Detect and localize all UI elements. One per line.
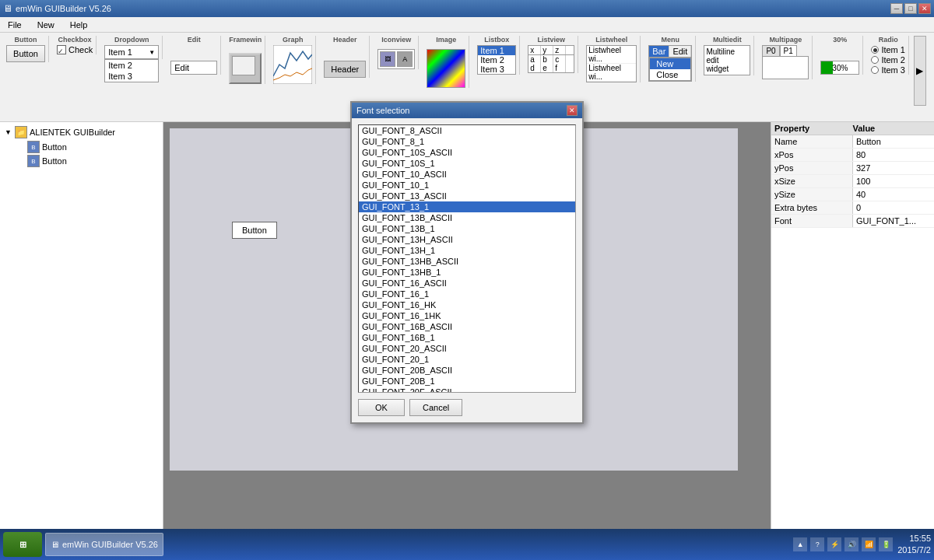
- font-list-item-9[interactable]: GUI_FONT_13B_1: [359, 223, 575, 234]
- toolbar-framewin-widget[interactable]: [229, 53, 262, 84]
- radio-item-3[interactable]: Item 3: [871, 65, 905, 75]
- font-list-item-18[interactable]: GUI_FONT_16B_ASCII: [359, 321, 575, 332]
- prop-name-value[interactable]: Button: [853, 135, 934, 148]
- font-list[interactable]: GUI_FONT_8_ASCIIGUI_FONT_8_1GUI_FONT_10S…: [359, 125, 575, 392]
- radio-btn-3[interactable]: [871, 66, 879, 74]
- font-list-item-20[interactable]: GUI_FONT_20_ASCII: [359, 343, 575, 354]
- canvas-button-widget[interactable]: Button: [232, 222, 277, 239]
- toolbar-image-widget[interactable]: [427, 49, 465, 88]
- font-list-item-23[interactable]: GUI_FONT_20B_1: [359, 376, 575, 387]
- tree-node-button2[interactable]: B Button: [16, 154, 160, 168]
- font-list-item-0[interactable]: GUI_FONT_8_ASCII: [359, 125, 575, 136]
- menu-dd-new[interactable]: New: [650, 58, 690, 69]
- toolbar-checkbox-widget[interactable]: ✓ Check: [57, 45, 93, 54]
- tray-icon-3[interactable]: 🔊: [844, 537, 859, 551]
- menu-new[interactable]: New: [33, 19, 59, 31]
- toolbar-iconview-widget[interactable]: 🖼 A: [377, 49, 415, 69]
- tray-up-arrow[interactable]: ▲: [793, 537, 807, 551]
- radio-btn-2[interactable]: [871, 56, 879, 64]
- dropdown-item-2[interactable]: Item 2: [105, 60, 158, 71]
- toolbar-menu-widget[interactable]: Bar Edit New Close: [648, 45, 692, 82]
- listwheel-item-1[interactable]: Listwheel wi...: [587, 46, 636, 64]
- toolbar-button-widget[interactable]: Button: [6, 45, 45, 62]
- font-list-item-2[interactable]: GUI_FONT_10S_ASCII: [359, 147, 575, 158]
- taskbar-start-button[interactable]: ⊞: [3, 532, 42, 557]
- radio-item-2[interactable]: Item 2: [871, 55, 905, 65]
- menu-bar-item-bar[interactable]: Bar: [649, 46, 669, 57]
- dropdown-item-3[interactable]: Item 3: [105, 71, 158, 82]
- menu-bar-item-edit[interactable]: Edit: [669, 46, 691, 57]
- font-list-item-11[interactable]: GUI_FONT_13H_1: [359, 245, 575, 256]
- toolbar-progbar-widget[interactable]: 30%: [820, 61, 859, 75]
- listbox-item-3[interactable]: Item 3: [478, 65, 515, 74]
- tray-icons: ▲ ? ⚡ 🔊 📶 🔋: [793, 537, 893, 551]
- tray-icon-4[interactable]: 📶: [862, 537, 876, 551]
- listwheel-item-2[interactable]: Listwheel wi...: [587, 64, 636, 82]
- prop-xsize-value[interactable]: 100: [853, 175, 934, 187]
- toolbar-listwheel-widget[interactable]: Listwheel wi... Listwheel wi...: [586, 45, 637, 82]
- tray-battery[interactable]: 🔋: [879, 537, 893, 551]
- tray-icon-1[interactable]: ?: [810, 537, 824, 551]
- toolbar-multiedit-widget[interactable]: Multiline edit widget: [704, 45, 750, 75]
- toolbar-listbox-widget[interactable]: Item 1 Item 2 Item 3: [477, 45, 516, 75]
- listbox-item-1[interactable]: Item 1: [478, 46, 515, 55]
- toolbar-graph-widget[interactable]: [273, 45, 312, 84]
- font-list-item-17[interactable]: GUI_FONT_16_1HK: [359, 310, 575, 321]
- prop-row-xpos: xPos 80: [771, 149, 934, 162]
- menu-help[interactable]: Help: [65, 19, 93, 31]
- multipage-tab-p0[interactable]: P0: [762, 45, 779, 56]
- dropdown-selected[interactable]: Item 1 ▼: [104, 45, 159, 59]
- minimize-button[interactable]: ─: [890, 3, 903, 14]
- prop-xpos-value[interactable]: 80: [853, 149, 934, 161]
- maximize-button[interactable]: □: [904, 3, 917, 14]
- font-list-item-15[interactable]: GUI_FONT_16_1: [359, 289, 575, 299]
- toolbar-button-group: Button Button: [3, 36, 49, 62]
- toolbar-header-widget[interactable]: Header: [324, 61, 366, 78]
- font-list-item-7[interactable]: GUI_FONT_13_1: [359, 201, 575, 212]
- menu-dd-close[interactable]: Close: [650, 69, 690, 80]
- font-list-item-5[interactable]: GUI_FONT_10_1: [359, 180, 575, 191]
- toolbar-scroll-right[interactable]: ▶: [914, 36, 926, 106]
- font-list-item-22[interactable]: GUI_FONT_20B_ASCII: [359, 365, 575, 376]
- font-list-item-12[interactable]: GUI_FONT_13HB_ASCII: [359, 256, 575, 267]
- multipage-tab-p1[interactable]: P1: [780, 45, 797, 56]
- canvas-button[interactable]: Button: [232, 222, 277, 239]
- font-list-item-8[interactable]: GUI_FONT_13B_ASCII: [359, 212, 575, 223]
- prop-extrabytes-value[interactable]: 0: [853, 201, 934, 214]
- tree-root-node[interactable]: ▼ 📁 ALIENTEK GUIBuilder: [3, 125, 160, 139]
- toolbar-listview-widget[interactable]: x y z a b c d e f: [528, 45, 574, 73]
- listbox-item-2[interactable]: Item 2: [478, 55, 515, 65]
- font-dialog-ok-button[interactable]: OK: [358, 399, 405, 416]
- window-title: emWin GUIBuilder V5.26: [16, 4, 111, 13]
- font-list-item-16[interactable]: GUI_FONT_16_HK: [359, 299, 575, 310]
- font-list-item-10[interactable]: GUI_FONT_13H_ASCII: [359, 234, 575, 245]
- font-list-item-24[interactable]: GUI_FONT_20F_ASCII: [359, 387, 575, 392]
- font-list-item-3[interactable]: GUI_FONT_10S_1: [359, 158, 575, 169]
- taskbar-app-emwin[interactable]: 🖥 emWin GUIBuilder V5.26: [45, 533, 163, 556]
- font-list-item-4[interactable]: GUI_FONT_10_ASCII: [359, 169, 575, 180]
- tray-icon-2[interactable]: ⚡: [827, 537, 841, 551]
- toolbar-radio-widget[interactable]: Item 1 Item 2 Item 3: [871, 45, 905, 75]
- font-list-item-19[interactable]: GUI_FONT_16B_1: [359, 332, 575, 343]
- menu-file[interactable]: File: [3, 19, 26, 31]
- tree-node-button1[interactable]: B Button: [16, 140, 160, 154]
- taskbar-time: 15:55: [897, 533, 931, 544]
- tree-node2-icon: B: [27, 155, 40, 167]
- checkbox-box[interactable]: ✓: [57, 45, 66, 54]
- prop-ypos-value[interactable]: 327: [853, 162, 934, 174]
- font-dialog-close-button[interactable]: ✕: [567, 105, 578, 116]
- prop-ysize-value[interactable]: 40: [853, 188, 934, 201]
- font-list-item-1[interactable]: GUI_FONT_8_1: [359, 136, 575, 147]
- close-button[interactable]: ✕: [918, 3, 931, 14]
- font-list-item-14[interactable]: GUI_FONT_16_ASCII: [359, 278, 575, 289]
- font-dialog-cancel-button[interactable]: Cancel: [409, 399, 462, 416]
- font-list-item-13[interactable]: GUI_FONT_13HB_1: [359, 267, 575, 278]
- font-list-item-6[interactable]: GUI_FONT_13_ASCII: [359, 191, 575, 201]
- font-list-item-21[interactable]: GUI_FONT_20_1: [359, 354, 575, 365]
- project-tree: ▼ 📁 ALIENTEK GUIBuilder B Button B Butto…: [3, 125, 160, 168]
- toolbar-multipage-widget[interactable]: P0 P1: [762, 45, 809, 79]
- radio-item-1[interactable]: Item 1: [871, 45, 905, 54]
- radio-btn-1[interactable]: [871, 46, 879, 54]
- prop-font-value[interactable]: GUI_FONT_1...: [853, 215, 934, 227]
- toolbar-edit-widget[interactable]: Edit: [170, 61, 217, 75]
